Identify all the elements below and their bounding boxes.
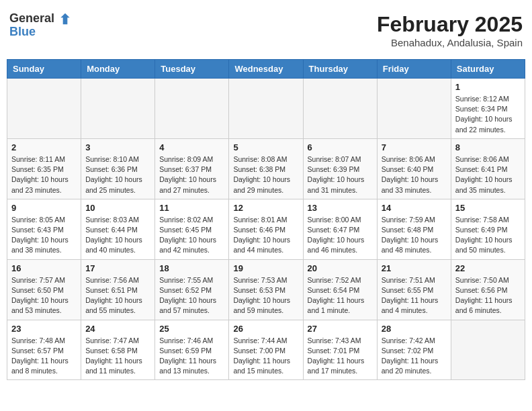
weekday-header-wednesday: Wednesday — [229, 60, 303, 79]
calendar-cell — [451, 320, 525, 380]
day-number: 13 — [308, 203, 373, 213]
day-number: 5 — [233, 142, 298, 152]
day-info: Sunrise: 8:08 AMSunset: 6:38 PMDaylight:… — [233, 154, 298, 195]
logo: General Blue — [9, 12, 71, 39]
calendar-cell: 27Sunrise: 7:43 AMSunset: 7:01 PMDayligh… — [303, 320, 377, 380]
day-number: 24 — [85, 324, 150, 334]
day-info: Sunrise: 8:06 AMSunset: 6:40 PMDaylight:… — [382, 154, 447, 195]
day-number: 21 — [382, 263, 447, 273]
day-info: Sunrise: 7:51 AMSunset: 6:55 PMDaylight:… — [382, 275, 447, 316]
day-number: 1 — [455, 82, 521, 92]
calendar-cell: 2Sunrise: 8:11 AMSunset: 6:35 PMDaylight… — [7, 138, 81, 199]
weekday-header-sunday: Sunday — [7, 60, 81, 79]
calendar-cell: 28Sunrise: 7:42 AMSunset: 7:02 PMDayligh… — [377, 320, 451, 380]
calendar-cell: 15Sunrise: 7:58 AMSunset: 6:49 PMDayligh… — [451, 199, 525, 259]
day-number: 8 — [455, 142, 521, 152]
day-info: Sunrise: 7:55 AMSunset: 6:52 PMDaylight:… — [159, 275, 224, 316]
day-number: 22 — [455, 263, 521, 273]
calendar-cell: 12Sunrise: 8:01 AMSunset: 6:46 PMDayligh… — [229, 199, 303, 259]
calendar-cell: 25Sunrise: 7:46 AMSunset: 6:59 PMDayligh… — [155, 320, 229, 380]
day-number: 4 — [159, 142, 224, 152]
logo-blue: Blue — [9, 26, 71, 39]
calendar-week-row: 23Sunrise: 7:48 AMSunset: 6:57 PMDayligh… — [7, 320, 525, 380]
day-info: Sunrise: 7:48 AMSunset: 6:57 PMDaylight:… — [11, 336, 77, 377]
calendar-cell: 16Sunrise: 7:57 AMSunset: 6:50 PMDayligh… — [7, 259, 81, 320]
calendar-cell: 8Sunrise: 8:06 AMSunset: 6:41 PMDaylight… — [451, 138, 525, 199]
day-info: Sunrise: 8:11 AMSunset: 6:35 PMDaylight:… — [11, 154, 77, 195]
weekday-header-saturday: Saturday — [451, 60, 525, 79]
logo-general: General — [9, 11, 54, 25]
day-number: 11 — [159, 203, 224, 213]
day-info: Sunrise: 7:46 AMSunset: 6:59 PMDaylight:… — [159, 336, 224, 377]
calendar-cell: 6Sunrise: 8:07 AMSunset: 6:39 PMDaylight… — [303, 138, 377, 199]
day-number: 16 — [11, 263, 77, 273]
day-number: 28 — [382, 324, 447, 334]
day-info: Sunrise: 7:58 AMSunset: 6:49 PMDaylight:… — [455, 215, 521, 256]
day-info: Sunrise: 8:05 AMSunset: 6:43 PMDaylight:… — [11, 215, 77, 256]
calendar-week-row: 9Sunrise: 8:05 AMSunset: 6:43 PMDaylight… — [7, 199, 525, 259]
calendar-week-row: 1Sunrise: 8:12 AMSunset: 6:34 PMDaylight… — [7, 79, 525, 139]
day-number: 12 — [233, 203, 298, 213]
calendar-cell: 20Sunrise: 7:52 AMSunset: 6:54 PMDayligh… — [303, 259, 377, 320]
logo-text: General Blue — [9, 12, 71, 39]
calendar-cell: 7Sunrise: 8:06 AMSunset: 6:40 PMDaylight… — [377, 138, 451, 199]
calendar-cell: 11Sunrise: 8:02 AMSunset: 6:45 PMDayligh… — [155, 199, 229, 259]
day-info: Sunrise: 8:07 AMSunset: 6:39 PMDaylight:… — [308, 154, 373, 195]
day-info: Sunrise: 8:12 AMSunset: 6:34 PMDaylight:… — [455, 94, 521, 135]
calendar-cell: 13Sunrise: 8:00 AMSunset: 6:47 PMDayligh… — [303, 199, 377, 259]
day-info: Sunrise: 7:56 AMSunset: 6:51 PMDaylight:… — [85, 275, 150, 316]
calendar-cell: 10Sunrise: 8:03 AMSunset: 6:44 PMDayligh… — [81, 199, 155, 259]
calendar-cell: 14Sunrise: 7:59 AMSunset: 6:48 PMDayligh… — [377, 199, 451, 259]
day-number: 14 — [382, 203, 447, 213]
day-info: Sunrise: 8:06 AMSunset: 6:41 PMDaylight:… — [455, 154, 521, 195]
day-info: Sunrise: 7:57 AMSunset: 6:50 PMDaylight:… — [11, 275, 77, 316]
calendar-cell: 9Sunrise: 8:05 AMSunset: 6:43 PMDaylight… — [7, 199, 81, 259]
calendar-cell: 1Sunrise: 8:12 AMSunset: 6:34 PMDaylight… — [451, 79, 525, 139]
day-info: Sunrise: 8:01 AMSunset: 6:46 PMDaylight:… — [233, 215, 298, 256]
calendar-table: SundayMondayTuesdayWednesdayThursdayFrid… — [7, 59, 525, 380]
calendar-cell: 24Sunrise: 7:47 AMSunset: 6:58 PMDayligh… — [81, 320, 155, 380]
day-number: 9 — [11, 203, 77, 213]
day-number: 10 — [85, 203, 150, 213]
calendar-cell: 17Sunrise: 7:56 AMSunset: 6:51 PMDayligh… — [81, 259, 155, 320]
calendar-subtitle: Benahadux, Andalusia, Spain — [377, 37, 523, 48]
day-info: Sunrise: 8:02 AMSunset: 6:45 PMDaylight:… — [159, 215, 224, 256]
day-info: Sunrise: 7:42 AMSunset: 7:02 PMDaylight:… — [382, 336, 447, 377]
calendar-cell — [229, 79, 303, 139]
day-info: Sunrise: 7:53 AMSunset: 6:53 PMDaylight:… — [233, 275, 298, 316]
calendar-cell — [377, 79, 451, 139]
calendar-cell: 21Sunrise: 7:51 AMSunset: 6:55 PMDayligh… — [377, 259, 451, 320]
day-info: Sunrise: 8:09 AMSunset: 6:37 PMDaylight:… — [159, 154, 224, 195]
day-number: 17 — [85, 263, 150, 273]
weekday-header-thursday: Thursday — [303, 60, 377, 79]
day-number: 26 — [233, 324, 298, 334]
page-header: General Blue February 2025 Benahadux, An… — [7, 7, 525, 54]
day-number: 27 — [308, 324, 373, 334]
day-number: 20 — [308, 263, 373, 273]
calendar-cell — [7, 79, 81, 139]
day-info: Sunrise: 8:10 AMSunset: 6:36 PMDaylight:… — [85, 154, 150, 195]
calendar-cell: 22Sunrise: 7:50 AMSunset: 6:56 PMDayligh… — [451, 259, 525, 320]
calendar-week-row: 16Sunrise: 7:57 AMSunset: 6:50 PMDayligh… — [7, 259, 525, 320]
day-info: Sunrise: 7:44 AMSunset: 7:00 PMDaylight:… — [233, 336, 298, 377]
day-number: 15 — [455, 203, 521, 213]
calendar-header-row: SundayMondayTuesdayWednesdayThursdayFrid… — [7, 60, 525, 79]
calendar-title-area: February 2025 Benahadux, Andalusia, Spai… — [377, 12, 523, 48]
calendar-cell — [81, 79, 155, 139]
svg-marker-0 — [60, 13, 69, 25]
calendar-cell: 19Sunrise: 7:53 AMSunset: 6:53 PMDayligh… — [229, 259, 303, 320]
calendar-cell — [303, 79, 377, 139]
day-info: Sunrise: 7:47 AMSunset: 6:58 PMDaylight:… — [85, 336, 150, 377]
calendar-cell: 3Sunrise: 8:10 AMSunset: 6:36 PMDaylight… — [81, 138, 155, 199]
day-number: 19 — [233, 263, 298, 273]
calendar-cell: 4Sunrise: 8:09 AMSunset: 6:37 PMDaylight… — [155, 138, 229, 199]
day-info: Sunrise: 8:00 AMSunset: 6:47 PMDaylight:… — [308, 215, 373, 256]
day-number: 18 — [159, 263, 224, 273]
day-number: 2 — [11, 142, 77, 152]
calendar-title: February 2025 — [377, 12, 523, 37]
calendar-cell: 18Sunrise: 7:55 AMSunset: 6:52 PMDayligh… — [155, 259, 229, 320]
calendar-cell: 23Sunrise: 7:48 AMSunset: 6:57 PMDayligh… — [7, 320, 81, 380]
day-info: Sunrise: 7:43 AMSunset: 7:01 PMDaylight:… — [308, 336, 373, 377]
weekday-header-friday: Friday — [377, 60, 451, 79]
day-info: Sunrise: 7:52 AMSunset: 6:54 PMDaylight:… — [308, 275, 373, 316]
